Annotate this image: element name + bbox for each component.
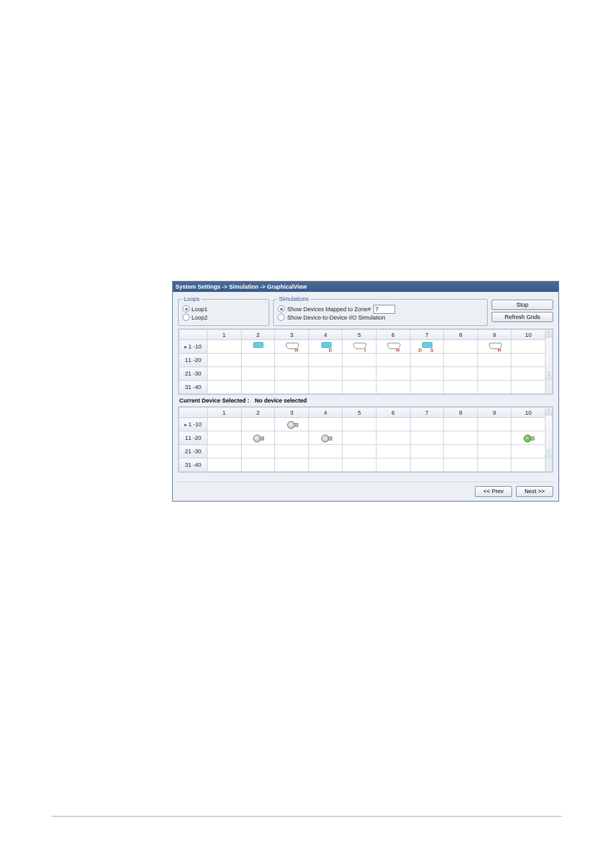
grid-cell[interactable]: DS [410, 340, 444, 354]
scroll-down-icon[interactable]: ˅ [546, 372, 552, 380]
grid-cell[interactable] [308, 445, 342, 458]
grid-cell[interactable] [444, 354, 478, 367]
loop2-radio[interactable]: Loop2 [182, 313, 265, 321]
grid-cell[interactable] [275, 445, 309, 458]
grid-cell[interactable] [342, 381, 377, 394]
grid-cell[interactable] [241, 367, 275, 381]
grid-cell[interactable]: D [308, 340, 342, 354]
grid-cell[interactable] [444, 445, 478, 458]
grid-cell[interactable] [342, 458, 377, 472]
grid-cell[interactable] [444, 458, 478, 472]
grid-cell[interactable] [275, 381, 309, 394]
detector-icon: D [319, 342, 333, 351]
grid-cell[interactable] [444, 431, 478, 445]
grid-cell[interactable] [444, 367, 478, 381]
grid-cell[interactable] [444, 418, 478, 431]
grid-cell[interactable] [376, 354, 410, 367]
grid-cell[interactable] [308, 367, 342, 381]
grid-cell[interactable] [511, 445, 546, 458]
sim-io-radio[interactable]: Show Device-to-Device I/O Simulation [278, 313, 483, 321]
grid-cell[interactable] [477, 445, 511, 458]
grid-cell[interactable] [376, 431, 410, 445]
grid-cell[interactable] [376, 367, 410, 381]
grid-cell[interactable]: I [342, 340, 377, 354]
grid-cell[interactable]: H [275, 340, 309, 354]
detector-base-icon: H [386, 342, 400, 351]
grid-cell[interactable] [241, 381, 275, 394]
scrollbar[interactable]: ˄ ˅ [546, 330, 553, 394]
scroll-down-icon[interactable]: ˅ [546, 450, 552, 458]
grid-cell[interactable] [241, 458, 275, 472]
col-header: 7 [410, 330, 444, 340]
grid-cell[interactable] [275, 367, 309, 381]
grid-cell[interactable]: H [376, 340, 410, 354]
grid-cell[interactable] [511, 354, 546, 367]
grid-cell[interactable] [308, 431, 342, 445]
grid-cell[interactable] [275, 431, 309, 445]
grid-cell[interactable] [410, 458, 444, 472]
scrollbar[interactable]: ˄ ˅ [546, 408, 553, 472]
grid-cell[interactable] [376, 381, 410, 394]
grid-cell[interactable]: H [477, 340, 511, 354]
grid-cell[interactable] [241, 431, 275, 445]
grid-cell[interactable] [275, 458, 309, 472]
grid-cell[interactable] [208, 367, 242, 381]
grid-cell[interactable] [208, 354, 242, 367]
grid-cell[interactable] [511, 431, 546, 445]
scroll-up-icon[interactable]: ˄ [546, 330, 552, 338]
grid-cell[interactable] [241, 340, 275, 354]
grid-cell[interactable] [208, 418, 242, 431]
loop1-radio[interactable]: Loop1 [182, 305, 265, 313]
grid-cell[interactable] [308, 458, 342, 472]
grid-cell[interactable] [477, 354, 511, 367]
grid-cell[interactable] [275, 354, 309, 367]
grid-cell[interactable] [208, 381, 242, 394]
grid-cell[interactable] [511, 367, 546, 381]
refresh-grids-button[interactable]: Refresh Grids [492, 312, 553, 322]
prev-button[interactable]: << Prev [475, 486, 512, 497]
grid-cell[interactable] [342, 418, 377, 431]
grid-cell[interactable] [444, 381, 478, 394]
grid-cell[interactable] [410, 381, 444, 394]
grid-cell[interactable] [477, 367, 511, 381]
grid-cell[interactable] [511, 458, 546, 472]
grid-cell[interactable] [208, 340, 242, 354]
simulations-legend: Simulations [278, 296, 310, 302]
col-header: 10 [511, 330, 546, 340]
grid-cell[interactable] [342, 431, 377, 445]
grid-cell[interactable] [444, 340, 478, 354]
grid-cell[interactable] [342, 367, 377, 381]
grid-cell[interactable] [208, 445, 242, 458]
grid-cell[interactable] [477, 431, 511, 445]
grid-cell[interactable] [410, 431, 444, 445]
grid-cell[interactable] [208, 458, 242, 472]
grid-cell[interactable] [511, 381, 546, 394]
grid-cell[interactable] [308, 418, 342, 431]
grid-cell[interactable] [376, 445, 410, 458]
stop-button[interactable]: Stop [492, 300, 553, 310]
grid-cell[interactable] [477, 418, 511, 431]
grid-cell[interactable] [241, 445, 275, 458]
grid-cell[interactable] [410, 354, 444, 367]
grid-cell[interactable] [241, 418, 275, 431]
scroll-up-icon[interactable]: ˄ [546, 408, 552, 415]
grid-cell[interactable] [376, 418, 410, 431]
zone-number-input[interactable]: 7 [373, 305, 395, 314]
next-button[interactable]: Next >> [516, 486, 553, 497]
grid-cell[interactable] [308, 381, 342, 394]
grid-cell[interactable] [208, 431, 242, 445]
grid-cell[interactable] [342, 445, 377, 458]
grid-cell[interactable] [410, 445, 444, 458]
grid-cell[interactable] [410, 418, 444, 431]
grid-cell[interactable] [511, 340, 546, 354]
grid-cell[interactable] [477, 458, 511, 472]
grid-cell[interactable] [477, 381, 511, 394]
grid-cell[interactable] [275, 418, 309, 431]
grid-cell[interactable] [241, 354, 275, 367]
grid-cell[interactable] [342, 354, 377, 367]
sim-zone-radio[interactable]: Show Devices Mapped to Zone# 7 [278, 305, 483, 313]
grid-cell[interactable] [376, 458, 410, 472]
grid-cell[interactable] [511, 418, 546, 431]
grid-cell[interactable] [410, 367, 444, 381]
grid-cell[interactable] [308, 354, 342, 367]
